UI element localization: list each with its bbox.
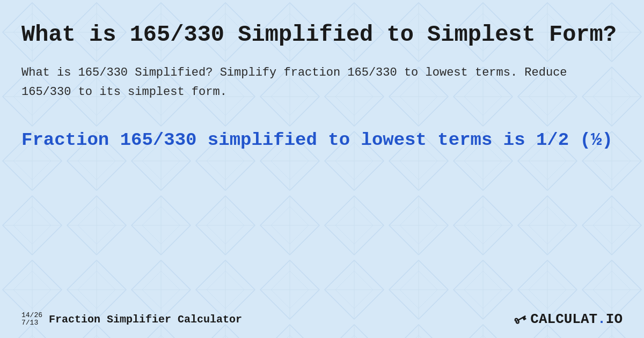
result-section: Fraction 165/330 simplified to lowest te… <box>21 128 623 152</box>
page-title: What is 165/330 Simplified to Simplest F… <box>21 21 623 48</box>
page-description: What is 165/330 Simplified? Simplify fra… <box>21 63 623 101</box>
result-text: Fraction 165/330 simplified to lowest te… <box>21 128 623 152</box>
